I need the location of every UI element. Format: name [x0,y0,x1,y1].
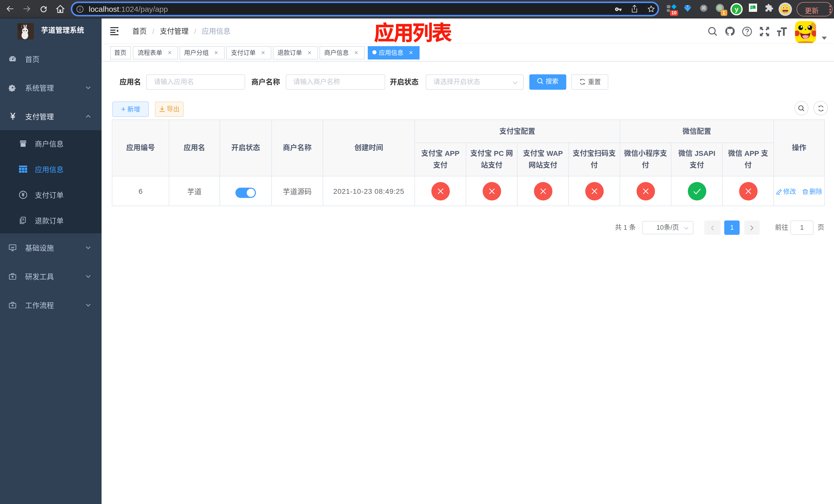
svg-text:⌘: ⌘ [701,5,706,11]
svg-text:y: y [735,5,739,13]
